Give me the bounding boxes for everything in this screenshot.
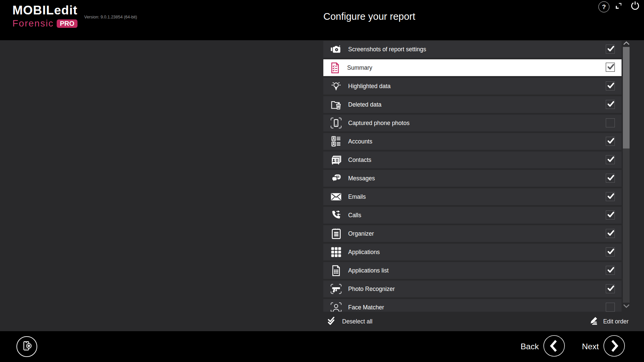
help-icon: ? xyxy=(602,3,606,11)
section-label: Screenshots of report settings xyxy=(348,46,426,53)
deselect-all-label: Deselect all xyxy=(342,318,372,325)
section-checkbox[interactable] xyxy=(606,63,615,72)
main-area: Screenshots of report settingsSummaryHig… xyxy=(0,40,644,331)
report-section-row[interactable]: Screenshots of report settings xyxy=(323,41,622,58)
edit-order-icon xyxy=(589,316,599,327)
scrollbar-track[interactable] xyxy=(623,47,630,303)
messages-icon xyxy=(329,173,343,183)
lightbulb-icon xyxy=(329,80,343,92)
report-section-row[interactable]: Calls xyxy=(323,207,622,224)
captured-phone-icon xyxy=(329,117,343,129)
section-checkbox[interactable] xyxy=(606,303,615,312)
power-icon xyxy=(630,0,641,13)
report-section-row[interactable]: Face Matcher xyxy=(323,299,622,312)
face-matcher-icon xyxy=(329,302,343,312)
report-section-row[interactable]: Summary xyxy=(323,59,622,76)
section-label: Photo Recognizer xyxy=(348,286,395,293)
section-checkbox[interactable] xyxy=(606,45,615,54)
section-label: Contacts xyxy=(348,157,371,164)
section-label: Face Matcher xyxy=(348,304,384,311)
next-chevron-icon xyxy=(603,335,625,358)
section-label: Deleted data xyxy=(348,101,381,108)
report-section-row[interactable]: Messages xyxy=(323,170,622,187)
power-button[interactable] xyxy=(630,1,641,12)
mobiledit-window: MOBILedit Forensic PRO Version: 9.0.1.23… xyxy=(0,0,644,362)
logo-subtitle: Forensic xyxy=(12,19,54,28)
deselect-all-button[interactable]: Deselect all xyxy=(327,316,372,327)
section-label: Captured phone photos xyxy=(348,120,410,127)
section-label: Summary xyxy=(347,64,372,71)
report-section-row[interactable]: Deleted data xyxy=(323,96,622,113)
back-chevron-icon xyxy=(543,335,565,358)
applications-list-icon xyxy=(329,265,343,276)
back-button[interactable]: Back xyxy=(521,336,565,358)
photo-recognizer-icon xyxy=(329,283,343,295)
edit-order-label: Edit order xyxy=(603,318,629,325)
section-checkbox[interactable] xyxy=(606,192,615,201)
report-section-row[interactable]: Highlighted data xyxy=(323,78,622,95)
accounts-icon xyxy=(329,136,343,147)
applications-grid-icon xyxy=(329,247,343,257)
section-checkbox[interactable] xyxy=(606,100,615,109)
organizer-icon xyxy=(329,228,343,239)
pro-badge: PRO xyxy=(57,19,77,28)
report-section-row[interactable]: Applications xyxy=(323,244,622,260)
phone-plus-icon xyxy=(21,340,33,353)
report-section-row[interactable]: Contacts xyxy=(323,152,622,168)
camera-icon xyxy=(329,45,343,54)
scrollbar-thumb[interactable] xyxy=(623,47,630,148)
page-title: Configure your report xyxy=(323,11,415,22)
section-label: Highlighted data xyxy=(348,83,390,90)
section-label: Accounts xyxy=(348,138,372,145)
email-icon xyxy=(329,192,343,201)
section-checkbox[interactable] xyxy=(606,155,615,164)
contacts-icon xyxy=(329,155,343,165)
calls-icon xyxy=(329,209,343,221)
restore-window-icon xyxy=(614,1,623,12)
section-checkbox[interactable] xyxy=(606,266,615,275)
section-checkbox[interactable] xyxy=(606,81,615,90)
back-label: Back xyxy=(521,342,539,351)
next-button[interactable]: Next xyxy=(582,336,625,358)
deleted-folder-icon xyxy=(329,100,343,110)
header: MOBILedit Forensic PRO Version: 9.0.1.23… xyxy=(0,0,644,40)
section-checkbox[interactable] xyxy=(606,118,615,127)
version-label: Version: 9.0.1.23854 (64-bit) xyxy=(84,15,137,19)
section-label: Organizer xyxy=(348,230,374,237)
section-checkbox[interactable] xyxy=(606,137,615,146)
report-section-row[interactable]: Applications list xyxy=(323,262,622,279)
next-label: Next xyxy=(582,342,599,351)
report-section-row[interactable]: Emails xyxy=(323,188,622,205)
edit-order-button[interactable]: Edit order xyxy=(589,316,629,327)
app-logo: MOBILedit Forensic PRO xyxy=(12,4,77,28)
section-checkbox[interactable] xyxy=(606,247,615,256)
help-button[interactable]: ? xyxy=(598,1,609,12)
section-label: Emails xyxy=(348,193,366,200)
section-label: Applications xyxy=(348,249,380,256)
footer: Back Next xyxy=(0,331,644,362)
scroll-down-button[interactable] xyxy=(623,304,630,310)
report-section-row[interactable]: Captured phone photos xyxy=(323,115,622,131)
restore-window-button[interactable] xyxy=(614,2,623,11)
report-section-row[interactable]: Accounts xyxy=(323,133,622,150)
section-checkbox[interactable] xyxy=(606,174,615,183)
section-checkbox[interactable] xyxy=(606,284,615,293)
logo-name: MOBILedit xyxy=(12,4,77,16)
scroll-up-button[interactable] xyxy=(623,41,630,47)
report-section-row[interactable]: Organizer xyxy=(323,225,622,242)
section-label: Messages xyxy=(348,175,375,182)
report-section-row[interactable]: Photo Recognizer xyxy=(323,281,622,297)
section-label: Applications list xyxy=(348,267,389,274)
connect-phone-button[interactable] xyxy=(16,336,37,357)
report-sections-list: Screenshots of report settingsSummaryHig… xyxy=(323,41,623,312)
section-checkbox[interactable] xyxy=(606,210,615,220)
summary-document-icon xyxy=(328,62,342,73)
section-label: Calls xyxy=(348,212,361,219)
section-checkbox[interactable] xyxy=(606,229,615,238)
double-check-icon xyxy=(327,316,337,327)
